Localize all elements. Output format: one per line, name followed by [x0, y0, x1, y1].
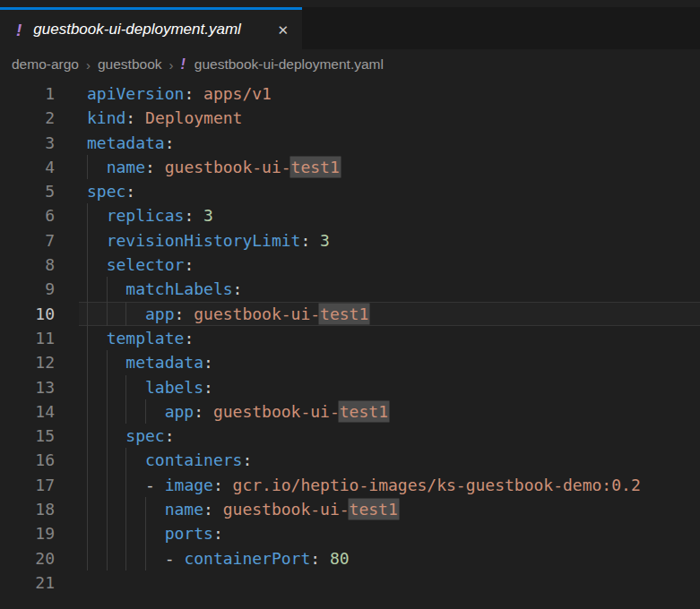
code-line[interactable]: 21	[0, 570, 700, 595]
code-line-content[interactable]: containers:	[79, 448, 700, 472]
token-punct: :	[203, 378, 213, 397]
token-value: Deployment	[135, 108, 242, 127]
token-punct: :	[184, 206, 194, 225]
token-key: ports	[87, 524, 213, 543]
token-number: 80	[320, 549, 350, 568]
code-line[interactable]: 3metadata:	[0, 131, 700, 155]
code-line-content[interactable]: spec:	[79, 179, 700, 203]
line-number[interactable]: 7	[0, 228, 55, 253]
code-line-content[interactable]: template:	[79, 326, 700, 350]
code-line-content[interactable]: app: guestbook-ui-test1	[79, 302, 700, 326]
code-line[interactable]: 17 - image: gcr.io/heptio-images/ks-gues…	[0, 473, 700, 497]
token-value: guestbook-ui-	[155, 158, 291, 176]
code-line-content[interactable]: name: guestbook-ui-test1	[79, 155, 700, 179]
token-punct: :	[165, 133, 175, 152]
line-number[interactable]: 10	[0, 302, 55, 326]
code-line[interactable]: 20 - containerPort: 80	[0, 546, 700, 570]
chevron-right-icon: ›	[86, 57, 91, 73]
line-number[interactable]: 4	[0, 155, 55, 179]
token-punct: :	[184, 84, 194, 103]
token-punct: -	[87, 549, 184, 568]
code-line[interactable]: 11 template:	[0, 326, 700, 350]
breadcrumb-item-file[interactable]: guestbook-ui-deployment.yaml	[194, 56, 384, 73]
line-number[interactable]: 6	[0, 203, 55, 227]
word-highlight: test1	[320, 304, 368, 323]
code-line-content[interactable]: spec:	[79, 424, 700, 448]
token-key: apiVersion	[87, 84, 184, 103]
code-line-content[interactable]: metadata:	[79, 131, 700, 155]
code-line[interactable]: 14 app: guestbook-ui-test1	[0, 399, 700, 424]
token-punct: :	[184, 255, 194, 274]
token-key: image	[165, 476, 213, 494]
code-line-content[interactable]: matchLabels:	[79, 277, 700, 301]
code-line-content[interactable]: - containerPort: 80	[79, 546, 700, 570]
line-number[interactable]: 9	[0, 277, 55, 301]
line-number[interactable]: 12	[0, 350, 55, 374]
word-highlight: test1	[340, 402, 388, 421]
token-punct: :	[125, 108, 135, 127]
code-line-content[interactable]	[79, 570, 700, 595]
token-number: 3	[194, 206, 213, 225]
code-line[interactable]: 2kind: Deployment	[0, 106, 700, 130]
token-value: guestbook-ui-	[203, 402, 340, 421]
code-line[interactable]: 18 name: guestbook-ui-test1	[0, 497, 700, 521]
tab-filename: guestbook-ui-deployment.yaml	[33, 21, 274, 39]
code-line-content[interactable]: app: guestbook-ui-test1	[79, 399, 700, 424]
code-line[interactable]: 16 containers:	[0, 448, 700, 472]
token-key: replicas	[87, 206, 184, 225]
code-line-content[interactable]: selector:	[79, 253, 700, 277]
token-punct: :	[203, 500, 213, 519]
line-number[interactable]: 11	[0, 326, 55, 350]
code-line[interactable]: 9 matchLabels:	[0, 277, 700, 301]
token-key: name	[87, 500, 203, 519]
token-key: labels	[87, 378, 203, 397]
code-line-content[interactable]: metadata:	[79, 350, 700, 374]
token-value: guestbook-ui-	[213, 500, 350, 519]
token-key: revisionHistoryLimit	[87, 231, 300, 250]
line-number[interactable]: 20	[0, 546, 55, 570]
code-line-content[interactable]: kind: Deployment	[79, 106, 700, 130]
code-line-content[interactable]: apiVersion: apps/v1	[79, 81, 700, 106]
token-punct: :	[194, 402, 203, 421]
token-key: metadata	[87, 353, 203, 372]
code-line-content[interactable]: replicas: 3	[79, 203, 700, 227]
token-key: selector	[87, 255, 184, 274]
code-line[interactable]: 13 labels:	[0, 375, 700, 399]
line-number[interactable]: 15	[0, 424, 55, 448]
code-line-content[interactable]: revisionHistoryLimit: 3	[79, 228, 700, 253]
code-line[interactable]: 4 name: guestbook-ui-test1	[0, 155, 700, 179]
token-key: containers	[87, 450, 242, 469]
code-line-current[interactable]: 10 app: guestbook-ui-test1	[0, 302, 700, 326]
token-punct: :	[125, 182, 135, 201]
tab-guestbook-ui-deployment[interactable]: ! guestbook-ui-deployment.yaml ✕	[0, 7, 302, 49]
code-line[interactable]: 12 metadata:	[0, 350, 700, 374]
line-number[interactable]: 17	[0, 473, 55, 497]
line-number[interactable]: 3	[0, 131, 55, 155]
code-line-content[interactable]: ports:	[79, 521, 700, 545]
code-line[interactable]: 15 spec:	[0, 424, 700, 448]
code-line[interactable]: 1apiVersion: apps/v1	[0, 81, 700, 106]
code-line[interactable]: 6 replicas: 3	[0, 203, 700, 227]
close-icon[interactable]: ✕	[274, 21, 291, 39]
line-number[interactable]: 19	[0, 521, 55, 545]
line-number[interactable]: 18	[0, 497, 55, 521]
line-number[interactable]: 1	[0, 81, 55, 106]
code-line[interactable]: 8 selector:	[0, 253, 700, 277]
code-line-content[interactable]: name: guestbook-ui-test1	[79, 497, 700, 521]
line-number[interactable]: 8	[0, 253, 55, 277]
code-line[interactable]: 19 ports:	[0, 521, 700, 545]
code-line[interactable]: 5spec:	[0, 179, 700, 203]
line-number[interactable]: 5	[0, 179, 55, 203]
breadcrumb-item-folder[interactable]: demo-argo	[12, 56, 79, 73]
line-number[interactable]: 21	[0, 570, 55, 595]
code-editor[interactable]: 1apiVersion: apps/v12kind: Deployment3me…	[0, 80, 700, 595]
code-line[interactable]: 7 revisionHistoryLimit: 3	[0, 228, 700, 253]
breadcrumb-item-subfolder[interactable]: guestbook	[98, 56, 162, 73]
line-number[interactable]: 14	[0, 399, 55, 424]
code-line-content[interactable]: labels:	[79, 375, 700, 399]
line-number[interactable]: 13	[0, 375, 55, 399]
token-value: apps/v1	[194, 84, 272, 103]
line-number[interactable]: 2	[0, 106, 55, 130]
line-number[interactable]: 16	[0, 448, 55, 472]
code-line-content[interactable]: - image: gcr.io/heptio-images/ks-guestbo…	[79, 473, 700, 497]
